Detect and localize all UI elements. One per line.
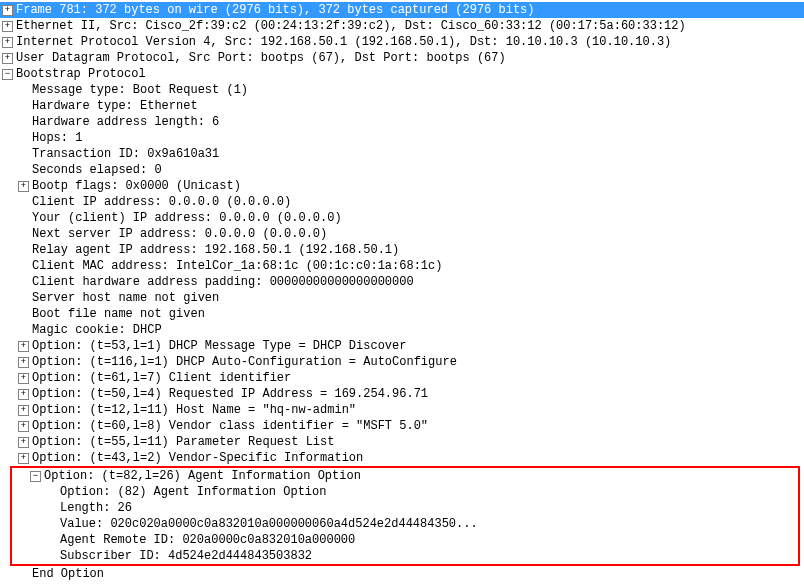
bootp-opt53[interactable]: +Option: (t=53,l=1) DHCP Message Type = … xyxy=(0,338,804,354)
expand-icon[interactable]: + xyxy=(2,53,13,64)
bootp-text: Bootstrap Protocol xyxy=(16,66,146,82)
expand-icon[interactable]: + xyxy=(2,37,13,48)
expand-icon[interactable]: + xyxy=(18,341,29,352)
bootp-opt43[interactable]: +Option: (t=43,l=2) Vendor-Specific Info… xyxy=(0,450,804,466)
ethernet-row[interactable]: +Ethernet II, Src: Cisco_2f:39:c2 (00:24… xyxy=(0,18,804,34)
expand-icon[interactable]: + xyxy=(18,405,29,416)
bootp-padding[interactable]: Client hardware address padding: 0000000… xyxy=(0,274,804,290)
bootp-opt116[interactable]: +Option: (t=116,l=1) DHCP Auto-Configura… xyxy=(0,354,804,370)
bootp-opt61[interactable]: +Option: (t=61,l=7) Client identifier xyxy=(0,370,804,386)
expand-icon[interactable]: + xyxy=(2,5,13,16)
bootp-endoption[interactable]: End Option xyxy=(0,566,804,582)
ethernet-text: Ethernet II, Src: Cisco_2f:39:c2 (00:24:… xyxy=(16,18,686,34)
bootp-secs[interactable]: Seconds elapsed: 0 xyxy=(0,162,804,178)
bootp-opt60[interactable]: +Option: (t=60,l=8) Vendor class identif… xyxy=(0,418,804,434)
frame-summary-text: Frame 781: 372 bytes on wire (2976 bits)… xyxy=(16,2,534,18)
opt82-length[interactable]: Length: 26 xyxy=(2,500,798,516)
bootp-transid[interactable]: Transaction ID: 0x9a610a31 xyxy=(0,146,804,162)
bootp-yourip[interactable]: Your (client) IP address: 0.0.0.0 (0.0.0… xyxy=(0,210,804,226)
bootp-opt55[interactable]: +Option: (t=55,l=11) Parameter Request L… xyxy=(0,434,804,450)
udp-row[interactable]: +User Datagram Protocol, Src Port: bootp… xyxy=(0,50,804,66)
collapse-icon[interactable]: − xyxy=(2,69,13,80)
bootp-flags[interactable]: +Bootp flags: 0x0000 (Unicast) xyxy=(0,178,804,194)
bootp-hops[interactable]: Hops: 1 xyxy=(0,130,804,146)
expand-icon[interactable]: + xyxy=(18,421,29,432)
bootp-clientip[interactable]: Client IP address: 0.0.0.0 (0.0.0.0) xyxy=(0,194,804,210)
option82-highlight: −Option: (t=82,l=26) Agent Information O… xyxy=(10,466,800,566)
expand-icon[interactable]: + xyxy=(18,389,29,400)
opt82-subscriberid[interactable]: Subscriber ID: 4d524e2d444843503832 xyxy=(2,548,798,564)
bootp-bootfile[interactable]: Boot file name not given xyxy=(0,306,804,322)
expand-icon[interactable]: + xyxy=(18,437,29,448)
bootp-opt12[interactable]: +Option: (t=12,l=11) Host Name = "hq-nw-… xyxy=(0,402,804,418)
bootp-opt50[interactable]: +Option: (t=50,l=4) Requested IP Address… xyxy=(0,386,804,402)
ip-row[interactable]: +Internet Protocol Version 4, Src: 192.1… xyxy=(0,34,804,50)
bootp-opt82[interactable]: −Option: (t=82,l=26) Agent Information O… xyxy=(2,468,798,484)
ip-text: Internet Protocol Version 4, Src: 192.16… xyxy=(16,34,671,50)
opt82-value[interactable]: Value: 020c020a0000c0a832010a000000060a4… xyxy=(2,516,798,532)
bootp-row[interactable]: −Bootstrap Protocol xyxy=(0,66,804,82)
bootp-clientmac[interactable]: Client MAC address: IntelCor_1a:68:1c (0… xyxy=(0,258,804,274)
expand-icon[interactable]: + xyxy=(2,21,13,32)
bootp-msgtype[interactable]: Message type: Boot Request (1) xyxy=(0,82,804,98)
collapse-icon[interactable]: − xyxy=(30,471,41,482)
expand-icon[interactable]: + xyxy=(18,453,29,464)
expand-icon[interactable]: + xyxy=(18,357,29,368)
bootp-nextserver[interactable]: Next server IP address: 0.0.0.0 (0.0.0.0… xyxy=(0,226,804,242)
bootp-magic[interactable]: Magic cookie: DHCP xyxy=(0,322,804,338)
expand-icon[interactable]: + xyxy=(18,181,29,192)
bootp-hwaddrlen[interactable]: Hardware address length: 6 xyxy=(0,114,804,130)
udp-text: User Datagram Protocol, Src Port: bootps… xyxy=(16,50,506,66)
frame-summary-row[interactable]: +Frame 781: 372 bytes on wire (2976 bits… xyxy=(0,2,804,18)
bootp-hwtype[interactable]: Hardware type: Ethernet xyxy=(0,98,804,114)
opt82-option[interactable]: Option: (82) Agent Information Option xyxy=(2,484,798,500)
opt82-remoteid[interactable]: Agent Remote ID: 020a0000c0a832010a00000… xyxy=(2,532,798,548)
packet-details-tree: +Frame 781: 372 bytes on wire (2976 bits… xyxy=(0,0,804,584)
bootp-relay[interactable]: Relay agent IP address: 192.168.50.1 (19… xyxy=(0,242,804,258)
expand-icon[interactable]: + xyxy=(18,373,29,384)
bootp-serverhost[interactable]: Server host name not given xyxy=(0,290,804,306)
